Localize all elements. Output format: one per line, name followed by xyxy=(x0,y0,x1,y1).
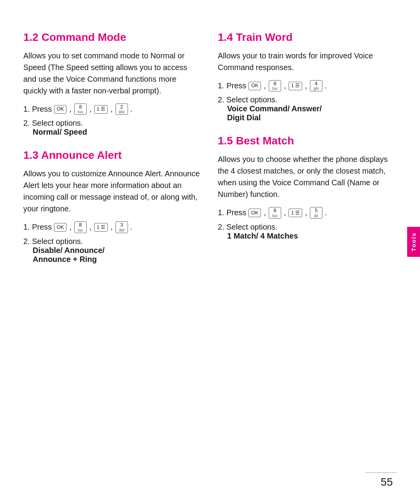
key-1icon-3: 1 ☰ xyxy=(289,82,302,90)
key-3def-1: 3def xyxy=(116,221,128,233)
section-body-command-mode: Allows you to set command mode to Normal… xyxy=(23,50,202,97)
step-label: 1. Press xyxy=(218,81,246,90)
step-1-command-mode: 1. Press OK , 8tuv , 1 ☰ , 2abc . xyxy=(23,104,202,115)
section-title-best-match: 1.5 Best Match xyxy=(218,135,397,147)
page-container: 1.2 Command Mode Allows you to set comma… xyxy=(0,0,420,504)
options-best-match: 1 Match/ 4 Matches xyxy=(227,232,397,241)
key-4ghi-1: 4ghi xyxy=(310,80,322,91)
bottom-line xyxy=(366,472,397,473)
step-label: 1. Press xyxy=(218,208,246,217)
key-2abc-1: 2abc xyxy=(116,104,128,115)
step-label: 1. Press xyxy=(23,105,52,114)
step-options-label: 2. Select options. xyxy=(23,237,83,246)
key-ok-3: OK xyxy=(248,82,261,90)
key-1icon-1: 1 ☰ xyxy=(94,105,108,114)
step-2-command-mode: 2. Select options. Normal/ Speed xyxy=(23,119,202,137)
step-2-best-match: 2. Select options. 1 Match/ 4 Matches xyxy=(218,223,397,241)
key-8tuv-2: 8tuv xyxy=(74,221,87,233)
options-command-mode: Normal/ Speed xyxy=(33,128,202,137)
options-train-word: Voice Command/ Answer/Digit Dial xyxy=(227,104,397,122)
section-command-mode: 1.2 Command Mode Allows you to set comma… xyxy=(23,31,202,137)
section-train-word: 1.4 Train Word Allows your to train word… xyxy=(218,31,397,122)
key-8tuv-4: 8tuv xyxy=(269,207,281,218)
page-number: 55 xyxy=(381,476,393,488)
two-column-layout: 1.2 Command Mode Allows you to set comma… xyxy=(23,31,397,276)
step-2-train-word: 2. Select options. Voice Command/ Answer… xyxy=(218,95,397,122)
section-announce-alert: 1.3 Announce Alert Allows you to customi… xyxy=(23,149,202,263)
key-8tuv-3: 8tuv xyxy=(269,80,281,91)
step-1-train-word: 1. Press OK , 8tuv , 1 ☰ , 4ghi . xyxy=(218,80,397,91)
key-1icon-2: 1 ☰ xyxy=(94,223,108,232)
section-title-command-mode: 1.2 Command Mode xyxy=(23,31,202,44)
side-tab-wrapper: Tools xyxy=(407,227,420,257)
step-options-label: 2. Select options. xyxy=(23,119,83,127)
section-best-match: 1.5 Best Match Allows you to choose whet… xyxy=(218,135,397,240)
step-options-label: 2. Select options. xyxy=(218,223,277,231)
options-announce-alert: Disable/ Announce/Announce + Ring xyxy=(33,246,202,264)
key-ok-1: OK xyxy=(54,105,66,114)
step-1-announce-alert: 1. Press OK , 8tuv , 1 ☰ , 3def . xyxy=(23,221,202,233)
section-body-announce-alert: Allows you to customize Announce Alert. … xyxy=(23,168,202,214)
key-ok-4: OK xyxy=(248,209,261,217)
right-column: 1.4 Train Word Allows your to train word… xyxy=(218,31,397,276)
key-ok-2: OK xyxy=(54,223,66,232)
left-column: 1.2 Command Mode Allows you to set comma… xyxy=(23,31,202,276)
key-8tuv-1: 8tuv xyxy=(74,104,87,115)
step-options-label: 2. Select options. xyxy=(218,95,277,104)
key-5jkl-1: 5jkl xyxy=(310,207,322,218)
section-body-best-match: Allows you to choose whether the phone d… xyxy=(218,153,397,200)
step-label: 1. Press xyxy=(23,223,52,232)
key-1icon-4: 1 ☰ xyxy=(289,209,302,217)
section-title-announce-alert: 1.3 Announce Alert xyxy=(23,149,202,162)
section-body-train-word: Allows your to train words for improved … xyxy=(218,50,397,73)
side-tab: Tools xyxy=(407,227,420,257)
section-title-train-word: 1.4 Train Word xyxy=(218,31,397,44)
step-2-announce-alert: 2. Select options. Disable/ Announce/Ann… xyxy=(23,237,202,264)
step-1-best-match: 1. Press OK , 8tuv , 1 ☰ , 5jkl . xyxy=(218,207,397,218)
